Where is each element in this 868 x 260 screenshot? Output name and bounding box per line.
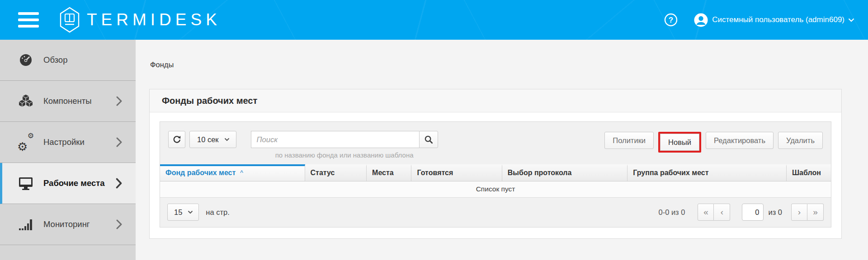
chevron-down-icon: [188, 210, 193, 214]
policies-button[interactable]: Политики: [604, 132, 654, 149]
sidebar-item-settings[interactable]: ⚙⚙ Настройки: [0, 122, 136, 163]
sidebar-item-monitoring[interactable]: Мониторинг: [0, 204, 136, 245]
page-size-value: 15: [174, 208, 182, 217]
refresh-interval-select[interactable]: 10 сек: [189, 131, 236, 148]
page-size-select[interactable]: 15: [167, 204, 199, 221]
column-header-pool[interactable]: Фонд рабочих мест ^: [160, 164, 305, 181]
sort-asc-icon: ^: [240, 169, 243, 176]
sidebar-item-components[interactable]: Компоненты: [0, 81, 136, 122]
sidebar: Обзор: [0, 40, 136, 260]
sidebar-item-label: Рабочие места: [43, 178, 105, 188]
highlight-ring: Новый: [658, 132, 701, 153]
grid-footer: 15 на стр. 0-0 из 0 « ‹: [160, 198, 831, 227]
monitor-icon: [18, 176, 33, 190]
help-icon[interactable]: ?: [664, 13, 678, 27]
menu-toggle-button[interactable]: [18, 12, 39, 28]
column-header-preparing[interactable]: Готовятся: [411, 164, 502, 181]
edit-button[interactable]: Редактировать: [706, 132, 774, 149]
page-number-input[interactable]: [742, 204, 764, 221]
next-page-button[interactable]: ›: [791, 204, 807, 221]
per-page-label: на стр.: [206, 208, 229, 217]
sidebar-item-label: Мониторинг: [43, 219, 90, 229]
user-name-label: Системный пользователь (admin609): [712, 15, 844, 24]
search-button[interactable]: [419, 131, 438, 148]
search-icon: [424, 135, 433, 144]
column-header-template[interactable]: Шаблон: [787, 164, 831, 181]
chevron-right-icon: [116, 219, 122, 229]
sidebar-item-label: Компоненты: [43, 96, 92, 106]
breadcrumb: Фонды: [136, 40, 868, 69]
first-page-button[interactable]: «: [698, 204, 714, 221]
sidebar-item-label: Настройки: [43, 137, 85, 147]
refresh-interval-value: 10 сек: [197, 135, 219, 144]
topbar: TERMIDESK ? Системный пользователь (admi…: [0, 0, 868, 40]
logo-hexagon-icon: [60, 7, 80, 33]
page-total-label: из 0: [768, 208, 782, 217]
sidebar-item-label: Обзор: [43, 55, 67, 65]
user-avatar-icon: [694, 13, 708, 27]
chevron-right-icon: [116, 137, 122, 147]
sidebar-item-workplaces[interactable]: Рабочие места: [0, 163, 136, 204]
panel-header: Фонды рабочих мест: [150, 89, 841, 112]
logo-wordmark: TERMIDESK: [87, 10, 221, 29]
svg-text:?: ?: [669, 16, 673, 24]
new-button[interactable]: Новый: [660, 134, 699, 151]
search-input[interactable]: [251, 131, 419, 148]
sidebar-item-overview[interactable]: Обзор: [0, 40, 136, 81]
refresh-icon: [172, 135, 182, 144]
table-header-row: Фонд рабочих мест ^ Статус Места Готовят…: [160, 164, 831, 181]
main-content: Фонды Фонды рабочих мест: [136, 40, 868, 260]
chevron-down-icon: [224, 138, 230, 141]
pools-panel: Фонды рабочих мест: [149, 89, 842, 239]
column-header-group[interactable]: Группа рабочих мест: [627, 164, 787, 181]
pools-grid: 10 сек: [160, 121, 831, 228]
panel-title: Фонды рабочих мест: [162, 96, 257, 106]
column-header-status[interactable]: Статус: [305, 164, 367, 181]
refresh-button[interactable]: [168, 131, 185, 148]
user-menu[interactable]: Системный пользователь (admin609): [694, 13, 854, 27]
gears-icon: ⚙⚙: [18, 135, 33, 150]
empty-row: Список пуст: [160, 181, 831, 198]
signal-bars-icon: [18, 218, 33, 231]
column-header-protocol[interactable]: Выбор протокола: [502, 164, 628, 181]
chevron-right-icon: [116, 96, 122, 106]
delete-button[interactable]: Удалить: [778, 132, 823, 149]
chevron-right-icon: [116, 178, 122, 189]
cubes-icon: [18, 94, 33, 108]
chevron-down-icon: [848, 18, 854, 22]
range-label: 0-0 из 0: [658, 208, 685, 217]
gauge-icon: [18, 53, 33, 67]
prev-page-button[interactable]: ‹: [714, 204, 730, 221]
grid-toolbar: 10 сек: [160, 122, 831, 164]
search-hint: по названию фонда или названию шаблона: [251, 151, 438, 159]
column-header-seats[interactable]: Места: [367, 164, 411, 181]
last-page-button[interactable]: »: [807, 204, 824, 221]
app-logo: TERMIDESK: [60, 7, 221, 33]
